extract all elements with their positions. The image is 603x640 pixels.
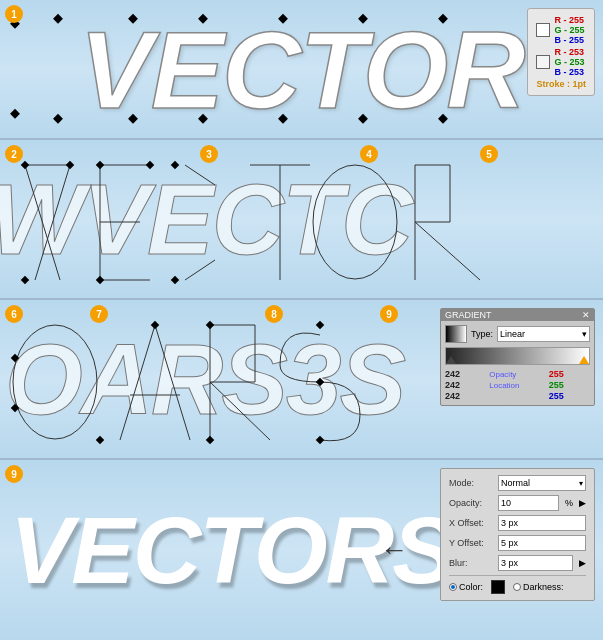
step-badge-1: 1 <box>5 5 23 23</box>
y-offset-label: Y Offset: <box>449 538 494 548</box>
step-badge-9: 9 <box>380 305 398 323</box>
mode-row: Mode: Normal ▾ <box>449 475 586 491</box>
step-badge-3: 3 <box>200 145 218 163</box>
gradient-panel: GRADIENT ✕ Type: Linear ▾ 242 Opacity <box>440 308 595 406</box>
gv-opacity: Opacity <box>489 370 545 379</box>
info-row-1: R - 255 G - 255 B - 255 <box>536 15 586 45</box>
opacity-unit: % <box>565 498 573 508</box>
darkness-radio[interactable]: Darkness: <box>513 582 564 592</box>
type-select[interactable]: Linear ▾ <box>497 326 590 342</box>
svg-rect-51 <box>96 436 104 444</box>
color-radio-label: Color: <box>459 582 483 592</box>
svg-rect-1 <box>10 109 20 119</box>
darkness-radio-circle <box>513 583 521 591</box>
panel2: 2 3 4 5 WVECTC <box>0 140 603 300</box>
r-value-1: R - 255 <box>554 15 584 25</box>
mode-select[interactable]: Normal ▾ <box>498 475 586 491</box>
info-row-2: R - 253 G - 253 B - 253 <box>536 47 586 77</box>
panel3: 6 7 8 9 OARS3S GRADIENT ✕ Type: Linear ▾ <box>0 300 603 460</box>
gradient-stop-right[interactable] <box>579 356 589 364</box>
step-badge-5: 5 <box>480 145 498 163</box>
x-offset-input[interactable]: 3 px <box>498 515 586 531</box>
blur-value: 3 px <box>501 558 518 568</box>
type-value: Linear <box>500 329 525 339</box>
stroke-info: Stroke : 1pt <box>536 79 586 89</box>
xoffset-row: X Offset: 3 px <box>449 515 586 531</box>
gradient-stop-left[interactable] <box>446 356 456 364</box>
gradient-title-text: GRADIENT <box>445 310 492 320</box>
yoffset-row: Y Offset: 5 px <box>449 535 586 551</box>
panel4: 9 VECTORS ← Mode: Normal ▾ Opacity: 10 %… <box>0 460 603 640</box>
color-swatch-black[interactable] <box>491 580 505 594</box>
gradient-panel-title: GRADIENT ✕ <box>441 309 594 321</box>
y-offset-value: 5 px <box>501 538 518 548</box>
vector-text-panel2: WVECTC <box>0 162 411 277</box>
gv-left-1: 242 <box>445 369 486 379</box>
arrow-indicator: ← <box>380 534 408 566</box>
blur-arrow[interactable]: ▶ <box>579 558 586 568</box>
gv-left-2: 242 <box>445 380 486 390</box>
color-swatch-light <box>536 55 550 69</box>
gv-location: Location <box>489 381 545 390</box>
color-row: Color: Darkness: <box>449 580 586 594</box>
svg-rect-33 <box>21 276 29 284</box>
main-container: 1 VECTOR R - 255 G - 255 B - 255 R - 253… <box>0 0 603 640</box>
r-value-2: R - 253 <box>554 47 584 57</box>
darkness-radio-label: Darkness: <box>523 582 564 592</box>
step-badge-7: 7 <box>90 305 108 323</box>
vector-text-panel1: VECTOR <box>79 6 523 133</box>
step-badge-6: 6 <box>5 305 23 323</box>
g-value-2: G - 253 <box>554 57 584 67</box>
blur-input[interactable]: 3 px <box>498 555 573 571</box>
svg-rect-3 <box>53 114 63 124</box>
gradient-close: ✕ <box>582 310 590 320</box>
svg-rect-2 <box>53 14 63 24</box>
gradient-bar-fill <box>446 348 589 364</box>
blur-row: Blur: 3 px ▶ <box>449 555 586 571</box>
gradient-preview <box>445 325 467 343</box>
x-offset-label: X Offset: <box>449 518 494 528</box>
opacity-label: Opacity: <box>449 498 494 508</box>
type-label: Type: <box>471 329 493 339</box>
g-value-1: G - 255 <box>554 25 584 35</box>
step-badge-final: 9 <box>5 465 23 483</box>
shadow-divider <box>449 575 586 576</box>
panel1: 1 VECTOR R - 255 G - 255 B - 255 R - 253… <box>0 0 603 140</box>
gradient-type-row: Type: Linear ▾ <box>445 325 590 343</box>
opacity-value: 10 <box>501 498 511 508</box>
mode-label: Mode: <box>449 478 494 488</box>
x-offset-value: 3 px <box>501 518 518 528</box>
step-badge-2: 2 <box>5 145 23 163</box>
opacity-row: Opacity: 10 % ▶ <box>449 495 586 511</box>
svg-rect-57 <box>316 436 324 444</box>
gradient-values: 242 Opacity 255 242 Location 255 242 255 <box>445 369 590 401</box>
b-value-2: B - 253 <box>554 67 584 77</box>
blur-label: Blur: <box>449 558 494 568</box>
svg-line-31 <box>415 222 480 280</box>
info-col: R - 255 G - 255 B - 255 <box>554 15 584 45</box>
mode-arrow: ▾ <box>579 479 583 488</box>
svg-rect-36 <box>96 276 104 284</box>
step-badge-4: 4 <box>360 145 378 163</box>
mode-value: Normal <box>501 478 530 488</box>
gradient-bar <box>445 347 590 365</box>
shadow-panel: Mode: Normal ▾ Opacity: 10 % ▶ X Offset:… <box>440 468 595 601</box>
step-badge-8: 8 <box>265 305 283 323</box>
gv-left-3: 242 <box>445 391 486 401</box>
svg-rect-39 <box>171 276 179 284</box>
vector-text-panel3: OARS3S <box>5 322 404 437</box>
gv-right-2: 255 <box>549 380 590 390</box>
info-col-2: R - 253 G - 253 B - 253 <box>554 47 584 77</box>
gv-right-3: 255 <box>549 391 590 401</box>
color-radio-circle <box>449 583 457 591</box>
y-offset-input[interactable]: 5 px <box>498 535 586 551</box>
svg-rect-54 <box>206 436 214 444</box>
info-box: R - 255 G - 255 B - 255 R - 253 G - 253 … <box>527 8 595 96</box>
opacity-arrow[interactable]: ▶ <box>579 498 586 508</box>
gv-right-1: 255 <box>549 369 590 379</box>
color-radio[interactable]: Color: <box>449 582 483 592</box>
type-arrow: ▾ <box>582 329 587 339</box>
opacity-input[interactable]: 10 <box>498 495 559 511</box>
color-swatch-white <box>536 23 550 37</box>
b-value-1: B - 255 <box>554 35 584 45</box>
